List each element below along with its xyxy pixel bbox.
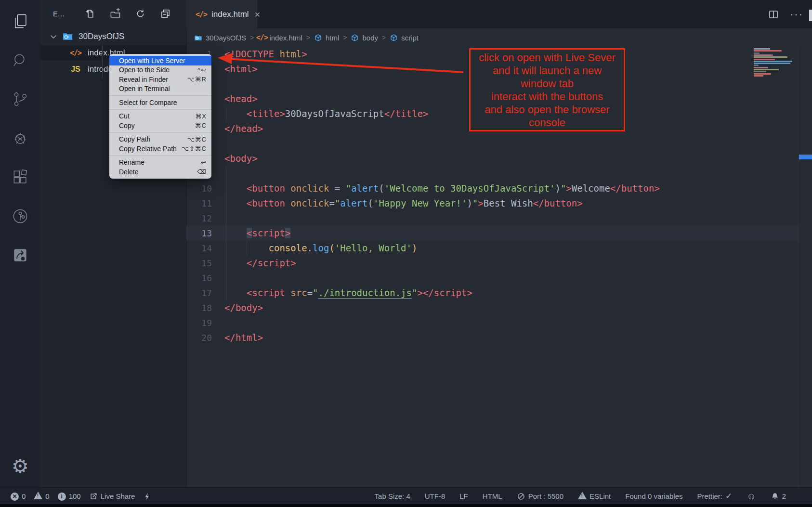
status-label: Prettier: [697,492,722,500]
breadcrumb-item-30DaysOfJS[interactable]: 30DaysOfJS [194,34,246,42]
breadcrumb-label: index.html [269,34,302,42]
line-content: </head> [224,121,263,136]
code-line-7[interactable]: 7 [186,136,798,151]
status-eol[interactable]: LF [459,492,468,500]
status-label: Tab Size: 4 [375,492,410,500]
status-warnings[interactable]: !0 [34,492,49,501]
activity-bar [0,0,40,487]
activity-explorer[interactable] [0,4,40,39]
status-live-server-bolt[interactable] [143,492,152,501]
status-notifications-bell[interactable]: 2 [771,492,786,501]
menu-item-open-to-the-side[interactable]: Open to the Side^↩ [109,65,211,75]
tree-indent-guide [102,45,103,78]
line-content: <head> [224,91,258,106]
annotation-text: window tab [521,77,574,90]
status-live-share[interactable]: Live Share [89,492,135,501]
menu-separator [109,109,211,110]
code-line-17[interactable]: 17 <script src="./introduction.js"></scr… [186,286,798,300]
status-port[interactable]: Port : 5500 [517,492,563,501]
breadcrumb-item-body[interactable]: body [351,34,378,42]
line-number: 12 [186,211,212,226]
menu-item-open-in-terminal[interactable]: Open in Terminal [109,84,211,94]
menu-item-cut[interactable]: Cut⌘X [109,112,211,121]
warning-icon: ! [34,492,42,501]
code-line-12[interactable]: 12 [186,211,798,226]
status-tab-size[interactable]: Tab Size: 4 [375,492,410,500]
status-encoding[interactable]: UTF-8 [425,492,445,500]
scrollbar-fragment[interactable] [809,10,812,21]
breadcrumb-separator: > [343,34,347,41]
menu-item-copy-path[interactable]: Copy Path⌥⌘C [109,135,211,144]
menu-item-select-for-compare[interactable]: Select for Compare [109,98,211,107]
code-line-10[interactable]: 10 <button onclick = "alert('Welcome to … [186,181,798,196]
status-errors[interactable]: ✕0 [11,492,26,501]
menu-item-copy[interactable]: Copy⌘C [109,121,211,130]
breadcrumb: 30DaysOfJS></>index.html>html>body>scrip… [186,28,812,47]
status-feedback-smiley[interactable]: ☺ [747,492,756,501]
line-content: console.log('Hello, World') [224,241,417,256]
status-prettier[interactable]: Prettier:✓ [697,492,732,500]
status-language-mode[interactable]: HTML [483,492,502,500]
breadcrumb-item-script[interactable]: script [390,34,419,42]
menu-item-open-with-live-server[interactable]: Open with Live Server [109,56,211,65]
manage-button[interactable]: ⚙ [0,452,40,481]
share-icon [11,246,29,264]
activity-live-share[interactable] [0,238,40,273]
line-number: 10 [186,181,212,196]
refresh-icon[interactable] [135,8,146,19]
menu-item-reveal-in-finder[interactable]: Reveal in Finder⌥⌘R [109,75,211,84]
status-variables[interactable]: Found 0 variables [625,492,682,500]
tree-item-root-folder[interactable]: 30DaysOfJS [40,29,186,44]
menu-separator [109,156,211,156]
minimap[interactable] [754,48,796,77]
menu-item-rename[interactable]: Rename↩ [109,158,211,168]
status-label: Port : 5500 [528,492,563,500]
code-line-11[interactable]: 11 <button onclick="alert('Happy New Yea… [186,196,798,211]
annotation-box: click on open with Live Severand it will… [469,48,625,131]
code-line-14[interactable]: 14 console.log('Hello, World') [186,241,798,256]
tab-index-html[interactable]: </> index.html × [186,0,257,28]
code-line-19[interactable]: 19 [186,315,798,330]
line-content: <script> [224,226,290,241]
line-content: <button onclick = "alert('Welcome to 30D… [224,181,660,196]
line-content: </body> [224,300,263,315]
source-control-icon [11,90,29,108]
status-label: 0 [22,492,26,500]
html-file-icon: </> [68,49,83,57]
status-info[interactable]: i100 [58,492,81,501]
new-folder-icon[interactable] [110,8,121,19]
line-number: 15 [186,256,212,271]
new-file-icon[interactable] [85,8,96,19]
code-line-8[interactable]: 8<body> [186,151,798,166]
activity-source-control[interactable] [0,82,40,117]
code-line-9[interactable]: 9 [186,166,798,181]
menu-item-delete[interactable]: Delete⌫ [109,167,211,177]
code-line-13[interactable]: 13 <script> [186,226,798,241]
line-content: <!DOCTYPE html> [224,47,307,62]
code-line-15[interactable]: 15 </script> [186,256,798,271]
more-actions-icon[interactable]: ··· [790,8,803,21]
breadcrumb-item-html[interactable]: html [314,34,339,42]
line-content: <html> [224,62,258,77]
status-eslint[interactable]: !ESLint [578,492,611,501]
collapse-icon[interactable] [160,8,171,19]
breadcrumb-item-index.html[interactable]: </>index.html [258,34,302,42]
editor-actions: ··· [768,0,803,28]
close-icon[interactable]: × [255,10,261,19]
breadcrumb-label: script [401,34,419,42]
breadcrumb-label: 30DaysOfJS [206,34,246,42]
code-line-20[interactable]: 20</html> [186,330,798,345]
status-label: 2 [782,492,786,500]
activity-search[interactable] [0,43,40,78]
window-bottom-edge [0,504,812,507]
code-line-16[interactable]: 16 [186,271,798,286]
activity-gitlens[interactable] [0,199,40,234]
status-label: 100 [69,492,81,500]
split-editor-icon[interactable] [768,9,779,20]
status-label: Found 0 variables [625,492,682,500]
activity-run-debug[interactable] [0,121,40,156]
tab-label: index.html [211,10,249,19]
menu-item-copy-relative-path[interactable]: Copy Relative Path⌥⇧⌘C [109,144,211,154]
activity-extensions[interactable] [0,160,40,195]
code-line-18[interactable]: 18</body> [186,300,798,315]
